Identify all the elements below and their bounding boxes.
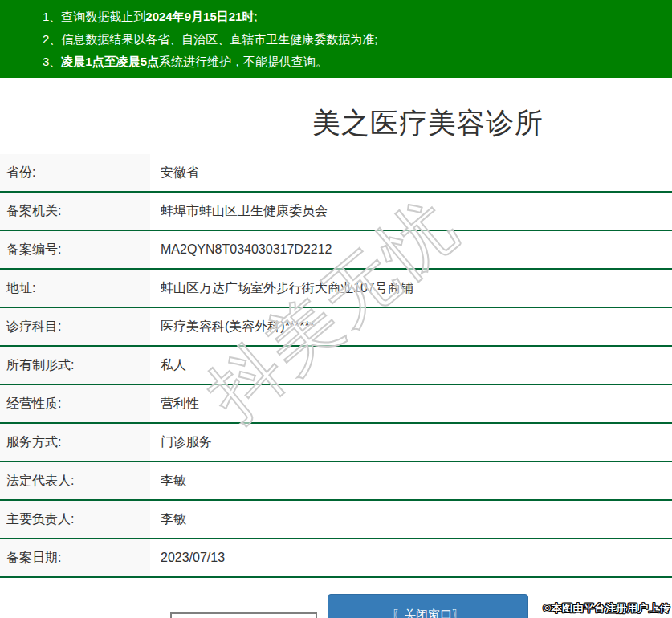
bottom-input[interactable] [170, 612, 317, 618]
table-row-ownership-form: 所有制形式: 私人 [0, 347, 672, 385]
credit-stamp: ©本图由平台注册用户上传 [543, 601, 670, 616]
row-label: 法定代表人: [0, 462, 150, 499]
row-value: MA2QYN8T034030317D2212 [150, 242, 332, 257]
row-label: 备案编号: [0, 231, 150, 268]
table-row-legal-representative: 法定代表人: 李敏 [0, 462, 672, 501]
notice-bold-text: 凌晨1点至凌晨5点 [61, 55, 159, 68]
notice-text: 系统进行维护，不能提供查询。 [159, 55, 328, 68]
page-title: 美之医疗美容诊所 [0, 78, 672, 154]
row-value: 蚌山区万达广场室外步行街大商业107号商铺 [150, 280, 413, 297]
notice-text: 信息数据结果以各省、自治区、直辖市卫生健康委数据为准; [61, 32, 377, 46]
row-value: 安徽省 [150, 165, 199, 181]
row-value: 私人 [150, 357, 186, 374]
notice-text: 查询数据截止到 [61, 10, 145, 23]
notice-number: 2、 [43, 32, 61, 46]
row-value: 医疗美容科(美容外科)****** [150, 319, 315, 335]
notice-bar: 1、查询数据截止到2024年9月15日21时; 2、信息数据结果以各省、自治区、… [0, 0, 672, 78]
table-row-province: 省份: 安徽省 [0, 154, 672, 193]
table-row-principal-person: 主要负责人: 李敏 [0, 501, 672, 539]
close-window-button[interactable]: 〖关闭窗口〗 [328, 594, 528, 618]
notice-line-2: 2、信息数据结果以各省、自治区、直辖市卫生健康委数据为准; [0, 28, 672, 51]
row-value: 营利性 [150, 396, 199, 413]
page: 1、查询数据截止到2024年9月15日21时; 2、信息数据结果以各省、自治区、… [0, 0, 672, 618]
row-value: 蚌埠市蚌山区卫生健康委员会 [150, 203, 328, 220]
row-value: 李敏 [150, 511, 186, 528]
notice-line-3: 3、凌晨1点至凌晨5点系统进行维护，不能提供查询。 [0, 51, 672, 73]
row-label: 地址: [0, 270, 150, 307]
row-label: 服务方式: [0, 424, 150, 461]
row-label: 备案机关: [0, 193, 150, 230]
row-label: 经营性质: [0, 385, 150, 422]
table-row-registration-authority: 备案机关: 蚌埠市蚌山区卫生健康委员会 [0, 193, 672, 231]
clinic-info-table: 省份: 安徽省 备案机关: 蚌埠市蚌山区卫生健康委员会 备案编号: MA2QYN… [0, 154, 672, 578]
table-row-address: 地址: 蚌山区万达广场室外步行街大商业107号商铺 [0, 270, 672, 308]
table-row-registration-date: 备案日期: 2023/07/13 [0, 539, 672, 578]
notice-line-1: 1、查询数据截止到2024年9月15日21时; [0, 6, 672, 28]
row-label: 省份: [0, 154, 150, 191]
notice-text: ; [254, 10, 257, 23]
row-label: 备案日期: [0, 539, 150, 576]
table-row-business-nature: 经营性质: 营利性 [0, 385, 672, 424]
notice-bold-text: 2024年9月15日21时 [145, 10, 254, 23]
row-label: 主要负责人: [0, 501, 150, 538]
notice-number: 1、 [43, 10, 61, 23]
row-value: 2023/07/13 [150, 551, 225, 565]
row-value: 门诊服务 [150, 434, 212, 451]
row-label: 所有制形式: [0, 347, 150, 384]
row-label: 诊疗科目: [0, 308, 150, 345]
table-row-treatment-subjects: 诊疗科目: 医疗美容科(美容外科)****** [0, 308, 672, 347]
table-row-service-mode: 服务方式: 门诊服务 [0, 424, 672, 462]
row-value: 李敏 [150, 473, 186, 490]
notice-number: 3、 [43, 55, 61, 68]
table-row-registration-number: 备案编号: MA2QYN8T034030317D2212 [0, 231, 672, 270]
